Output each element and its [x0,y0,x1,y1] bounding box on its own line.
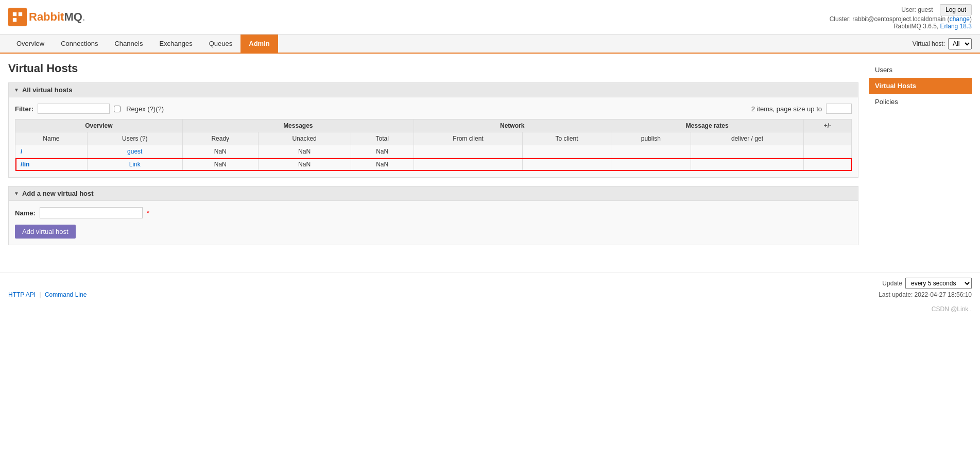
all-virtual-hosts-title: All virtual hosts [22,86,73,94]
page-size-text: 2 items, page size up to [751,105,822,113]
nav-item-channels[interactable]: Channels [106,35,151,53]
sidebar-item-virtual-hosts[interactable]: Virtual Hosts [869,78,972,94]
sidebar-item-policies[interactable]: Policies [869,94,972,110]
footer-separator: | [39,291,42,298]
user-label: User: [901,6,916,13]
last-update-row: Last update: 2022-04-27 18:56:10 [879,291,972,298]
last-update-label: Last update: [879,291,913,298]
col-header-unacked: Unacked [258,132,351,145]
group-header-messages: Messages [182,120,414,132]
logo-icon [8,8,27,26]
content: Virtual Hosts ▼ All virtual hosts Filter… [8,62,858,253]
col-header-publish: publish [611,132,691,145]
table-row[interactable]: /guestNaNNaNNaN [15,145,852,158]
col-header-to-client: To client [523,132,611,145]
logo-text: RabbitMQ. [29,10,85,24]
table-col-header-row: Name Users (?) Ready Unacked Total From … [15,132,852,145]
table-row[interactable]: /linLinkNaNNaNNaN [15,158,852,171]
add-vhost-form-row: Name: * [15,207,852,218]
all-virtual-hosts-header[interactable]: ▼ All virtual hosts [9,83,858,97]
group-header-plusminus[interactable]: +/- [803,120,851,132]
add-vhost-arrow: ▼ [14,191,19,196]
col-header-empty [803,132,851,145]
add-vhost-title: Add a new virtual host [22,190,94,197]
cluster-change-link[interactable]: change [950,15,970,23]
http-api-link[interactable]: HTTP API [8,291,36,298]
footer-left: HTTP API | Command Line [8,291,87,298]
col-header-deliver-get: deliver / get [691,132,804,145]
group-header-message-rates: Message rates [611,120,803,132]
update-row: Update every 5 seconds every 10 seconds … [879,278,972,289]
virtual-host-selector: Virtual host: All / /lin [913,38,972,49]
svg-rect-2 [13,18,16,22]
svg-rect-1 [19,12,22,16]
nav: Overview Connections Channels Exchanges … [0,35,980,54]
last-update-value: 2022-04-27 18:56:10 [915,291,972,298]
add-virtual-host-button[interactable]: Add virtual host [15,225,76,239]
vhost-table: Overview Messages Network Message rates … [15,119,852,171]
footer-right: Update every 5 seconds every 10 seconds … [879,278,972,298]
name-label: Name: [15,209,36,217]
nav-item-overview[interactable]: Overview [8,35,53,53]
all-virtual-hosts-content: Filter: Regex (?)(?) 2 items, page size … [9,97,858,177]
version-label: RabbitMQ 3.6.5, [893,23,938,30]
header-right: User: guest Log out Cluster: rabbit@cent… [830,4,972,30]
sidebar: Users Virtual Hosts Policies [869,62,972,253]
col-header-from-client: From client [414,132,523,145]
col-header-users: Users (?) [87,132,182,145]
sidebar-item-users[interactable]: Users [869,62,972,78]
filter-label: Filter: [15,105,33,113]
watermark: CSDN @Link . [0,303,980,315]
virtual-host-label: Virtual host: [913,40,945,47]
new-vhost-name-input[interactable] [40,207,143,218]
watermark-text: CSDN @Link . [932,306,972,313]
filter-input[interactable] [38,104,110,114]
update-select[interactable]: every 5 seconds every 10 seconds every 3… [905,278,972,289]
table-group-header-row: Overview Messages Network Message rates … [15,120,852,132]
user-name: guest [918,6,933,13]
erlang-link[interactable]: Erlang 18.3 [940,23,972,30]
required-marker: * [147,209,149,217]
group-header-network: Network [414,120,611,132]
virtual-host-select[interactable]: All / /lin [948,38,972,49]
nav-item-connections[interactable]: Connections [53,35,106,53]
nav-item-admin[interactable]: Admin [240,35,278,53]
filter-row: Filter: Regex (?)(?) 2 items, page size … [15,104,852,114]
col-header-name: Name [15,132,88,145]
logo: RabbitMQ. [8,8,85,26]
nav-item-queues[interactable]: Queues [201,35,241,53]
page-size-input[interactable]: 100 [826,104,852,114]
footer: HTTP API | Command Line Update every 5 s… [0,272,980,303]
regex-label: Regex (?)(?) [126,105,164,113]
command-line-link[interactable]: Command Line [45,291,87,298]
update-label: Update [882,280,902,287]
page-title: Virtual Hosts [8,62,858,75]
collapse-arrow: ▼ [14,87,19,93]
svg-rect-0 [13,12,16,16]
header: RabbitMQ. User: guest Log out Cluster: r… [0,0,980,35]
add-vhost-section: ▼ Add a new virtual host Name: * Add vir… [8,186,858,245]
all-virtual-hosts-section: ▼ All virtual hosts Filter: Regex (?)(?)… [8,82,858,178]
add-vhost-header[interactable]: ▼ Add a new virtual host [9,186,858,201]
nav-item-exchanges[interactable]: Exchanges [151,35,200,53]
main: Virtual Hosts ▼ All virtual hosts Filter… [0,54,980,262]
col-header-ready: Ready [182,132,258,145]
vhost-table-body: /guestNaNNaNNaN/linLinkNaNNaNNaN [15,145,852,171]
logout-button[interactable]: Log out [940,4,972,15]
regex-checkbox[interactable] [114,106,121,112]
cluster-label: Cluster: [830,15,851,23]
col-header-total: Total [351,132,414,145]
cluster-name: rabbit@centosproject.localdomain [852,15,945,23]
group-header-overview: Overview [15,120,183,132]
add-vhost-content: Name: * Add virtual host [9,201,858,245]
